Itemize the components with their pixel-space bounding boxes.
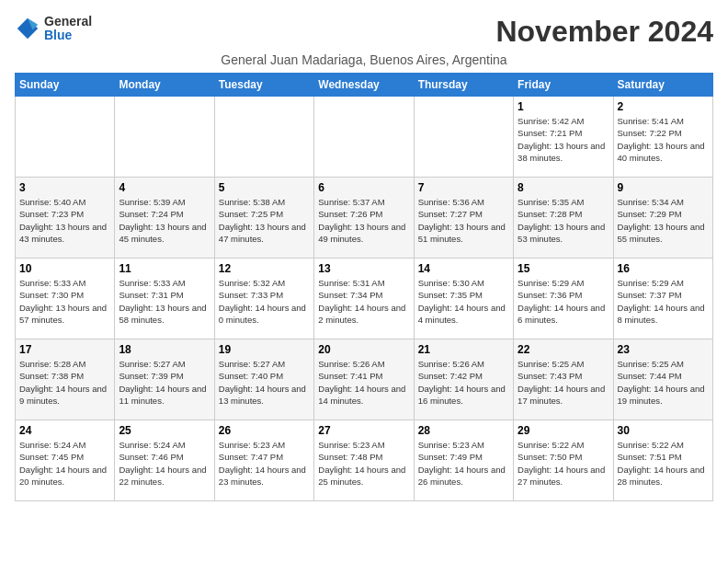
day-number: 6 bbox=[318, 181, 409, 194]
day-info: Sunrise: 5:37 AMSunset: 7:26 PMDaylight:… bbox=[318, 196, 409, 245]
weekday-header: Saturday bbox=[613, 74, 712, 97]
day-number: 30 bbox=[618, 424, 709, 437]
day-info: Sunrise: 5:27 AMSunset: 7:39 PMDaylight:… bbox=[119, 358, 210, 407]
calendar-cell: 7Sunrise: 5:36 AMSunset: 7:27 PMDaylight… bbox=[414, 178, 513, 259]
day-number: 29 bbox=[518, 424, 609, 437]
day-number: 3 bbox=[19, 181, 110, 194]
day-number: 13 bbox=[318, 262, 409, 275]
calendar-cell bbox=[16, 97, 115, 178]
weekday-header-row: SundayMondayTuesdayWednesdayThursdayFrid… bbox=[16, 74, 713, 97]
calendar-cell: 8Sunrise: 5:35 AMSunset: 7:28 PMDaylight… bbox=[514, 178, 613, 259]
calendar-cell: 18Sunrise: 5:27 AMSunset: 7:39 PMDayligh… bbox=[115, 339, 214, 420]
day-number: 4 bbox=[119, 181, 210, 194]
day-info: Sunrise: 5:22 AMSunset: 7:51 PMDaylight:… bbox=[618, 439, 709, 488]
day-info: Sunrise: 5:27 AMSunset: 7:40 PMDaylight:… bbox=[219, 358, 310, 407]
calendar-cell: 13Sunrise: 5:31 AMSunset: 7:34 PMDayligh… bbox=[314, 259, 414, 339]
day-info: Sunrise: 5:32 AMSunset: 7:33 PMDaylight:… bbox=[219, 277, 310, 326]
day-number: 1 bbox=[518, 100, 609, 113]
day-info: Sunrise: 5:25 AMSunset: 7:44 PMDaylight:… bbox=[618, 358, 709, 407]
day-number: 25 bbox=[119, 424, 210, 437]
day-info: Sunrise: 5:41 AMSunset: 7:22 PMDaylight:… bbox=[618, 115, 709, 164]
calendar-cell bbox=[214, 97, 313, 178]
weekday-header: Monday bbox=[115, 74, 214, 97]
day-info: Sunrise: 5:38 AMSunset: 7:25 PMDaylight:… bbox=[219, 196, 310, 245]
day-info: Sunrise: 5:25 AMSunset: 7:43 PMDaylight:… bbox=[518, 358, 609, 407]
day-number: 23 bbox=[618, 343, 709, 356]
calendar-cell: 5Sunrise: 5:38 AMSunset: 7:25 PMDaylight… bbox=[214, 178, 313, 259]
day-info: Sunrise: 5:23 AMSunset: 7:49 PMDaylight:… bbox=[418, 439, 509, 488]
day-number: 11 bbox=[119, 262, 210, 275]
day-number: 17 bbox=[19, 343, 110, 356]
weekday-header: Sunday bbox=[16, 74, 115, 97]
calendar-cell: 22Sunrise: 5:25 AMSunset: 7:43 PMDayligh… bbox=[514, 339, 613, 420]
day-info: Sunrise: 5:24 AMSunset: 7:46 PMDaylight:… bbox=[119, 439, 210, 488]
calendar-week-row: 24Sunrise: 5:24 AMSunset: 7:45 PMDayligh… bbox=[16, 420, 713, 501]
weekday-header: Tuesday bbox=[214, 74, 313, 97]
calendar-cell: 28Sunrise: 5:23 AMSunset: 7:49 PMDayligh… bbox=[414, 420, 513, 501]
calendar-cell: 27Sunrise: 5:23 AMSunset: 7:48 PMDayligh… bbox=[314, 420, 414, 501]
calendar-cell: 12Sunrise: 5:32 AMSunset: 7:33 PMDayligh… bbox=[214, 259, 313, 339]
day-info: Sunrise: 5:36 AMSunset: 7:27 PMDaylight:… bbox=[418, 196, 509, 245]
calendar-cell: 10Sunrise: 5:33 AMSunset: 7:30 PMDayligh… bbox=[16, 259, 115, 339]
subtitle: General Juan Madariaga, Buenos Aires, Ar… bbox=[15, 52, 713, 67]
calendar-cell: 23Sunrise: 5:25 AMSunset: 7:44 PMDayligh… bbox=[613, 339, 712, 420]
calendar-cell: 3Sunrise: 5:40 AMSunset: 7:23 PMDaylight… bbox=[16, 178, 115, 259]
day-info: Sunrise: 5:33 AMSunset: 7:31 PMDaylight:… bbox=[119, 277, 210, 326]
day-number: 16 bbox=[618, 262, 709, 275]
day-number: 2 bbox=[618, 100, 709, 113]
calendar-week-row: 1Sunrise: 5:42 AMSunset: 7:21 PMDaylight… bbox=[16, 97, 713, 178]
logo-general: General bbox=[44, 15, 92, 29]
weekday-header: Wednesday bbox=[314, 74, 414, 97]
calendar-cell: 26Sunrise: 5:23 AMSunset: 7:47 PMDayligh… bbox=[214, 420, 313, 501]
day-info: Sunrise: 5:30 AMSunset: 7:35 PMDaylight:… bbox=[418, 277, 509, 326]
day-info: Sunrise: 5:29 AMSunset: 7:36 PMDaylight:… bbox=[518, 277, 609, 326]
day-info: Sunrise: 5:24 AMSunset: 7:45 PMDaylight:… bbox=[19, 439, 110, 488]
logo: General Blue bbox=[15, 15, 92, 43]
calendar-cell bbox=[115, 97, 214, 178]
day-info: Sunrise: 5:29 AMSunset: 7:37 PMDaylight:… bbox=[618, 277, 709, 326]
calendar-cell: 11Sunrise: 5:33 AMSunset: 7:31 PMDayligh… bbox=[115, 259, 214, 339]
day-number: 12 bbox=[219, 262, 310, 275]
calendar-cell: 6Sunrise: 5:37 AMSunset: 7:26 PMDaylight… bbox=[314, 178, 414, 259]
calendar-table: SundayMondayTuesdayWednesdayThursdayFrid… bbox=[15, 73, 713, 501]
day-number: 7 bbox=[418, 181, 509, 194]
day-number: 24 bbox=[19, 424, 110, 437]
month-title: November 2024 bbox=[495, 15, 713, 49]
calendar-cell: 4Sunrise: 5:39 AMSunset: 7:24 PMDaylight… bbox=[115, 178, 214, 259]
calendar-week-row: 3Sunrise: 5:40 AMSunset: 7:23 PMDaylight… bbox=[16, 178, 713, 259]
weekday-header: Thursday bbox=[414, 74, 513, 97]
day-number: 20 bbox=[318, 343, 409, 356]
calendar-week-row: 17Sunrise: 5:28 AMSunset: 7:38 PMDayligh… bbox=[16, 339, 713, 420]
calendar-cell: 21Sunrise: 5:26 AMSunset: 7:42 PMDayligh… bbox=[414, 339, 513, 420]
day-number: 8 bbox=[518, 181, 609, 194]
calendar-cell: 16Sunrise: 5:29 AMSunset: 7:37 PMDayligh… bbox=[613, 259, 712, 339]
day-info: Sunrise: 5:39 AMSunset: 7:24 PMDaylight:… bbox=[119, 196, 210, 245]
calendar-cell: 30Sunrise: 5:22 AMSunset: 7:51 PMDayligh… bbox=[613, 420, 712, 501]
day-info: Sunrise: 5:33 AMSunset: 7:30 PMDaylight:… bbox=[19, 277, 110, 326]
day-info: Sunrise: 5:26 AMSunset: 7:42 PMDaylight:… bbox=[418, 358, 509, 407]
day-number: 27 bbox=[318, 424, 409, 437]
day-info: Sunrise: 5:35 AMSunset: 7:28 PMDaylight:… bbox=[518, 196, 609, 245]
calendar-cell bbox=[314, 97, 414, 178]
day-number: 28 bbox=[418, 424, 509, 437]
calendar-cell: 29Sunrise: 5:22 AMSunset: 7:50 PMDayligh… bbox=[514, 420, 613, 501]
day-info: Sunrise: 5:42 AMSunset: 7:21 PMDaylight:… bbox=[518, 115, 609, 164]
calendar-cell: 1Sunrise: 5:42 AMSunset: 7:21 PMDaylight… bbox=[514, 97, 613, 178]
day-number: 18 bbox=[119, 343, 210, 356]
day-info: Sunrise: 5:34 AMSunset: 7:29 PMDaylight:… bbox=[618, 196, 709, 245]
calendar-cell: 25Sunrise: 5:24 AMSunset: 7:46 PMDayligh… bbox=[115, 420, 214, 501]
day-number: 15 bbox=[518, 262, 609, 275]
calendar-cell: 20Sunrise: 5:26 AMSunset: 7:41 PMDayligh… bbox=[314, 339, 414, 420]
day-number: 14 bbox=[418, 262, 509, 275]
day-number: 26 bbox=[219, 424, 310, 437]
svg-marker-0 bbox=[17, 18, 38, 39]
calendar-cell: 17Sunrise: 5:28 AMSunset: 7:38 PMDayligh… bbox=[16, 339, 115, 420]
day-number: 22 bbox=[518, 343, 609, 356]
calendar-cell: 24Sunrise: 5:24 AMSunset: 7:45 PMDayligh… bbox=[16, 420, 115, 501]
day-info: Sunrise: 5:26 AMSunset: 7:41 PMDaylight:… bbox=[318, 358, 409, 407]
header-area: General Blue November 2024 bbox=[15, 15, 713, 49]
calendar-cell: 15Sunrise: 5:29 AMSunset: 7:36 PMDayligh… bbox=[514, 259, 613, 339]
day-number: 10 bbox=[19, 262, 110, 275]
day-number: 9 bbox=[618, 181, 709, 194]
calendar-week-row: 10Sunrise: 5:33 AMSunset: 7:30 PMDayligh… bbox=[16, 259, 713, 339]
